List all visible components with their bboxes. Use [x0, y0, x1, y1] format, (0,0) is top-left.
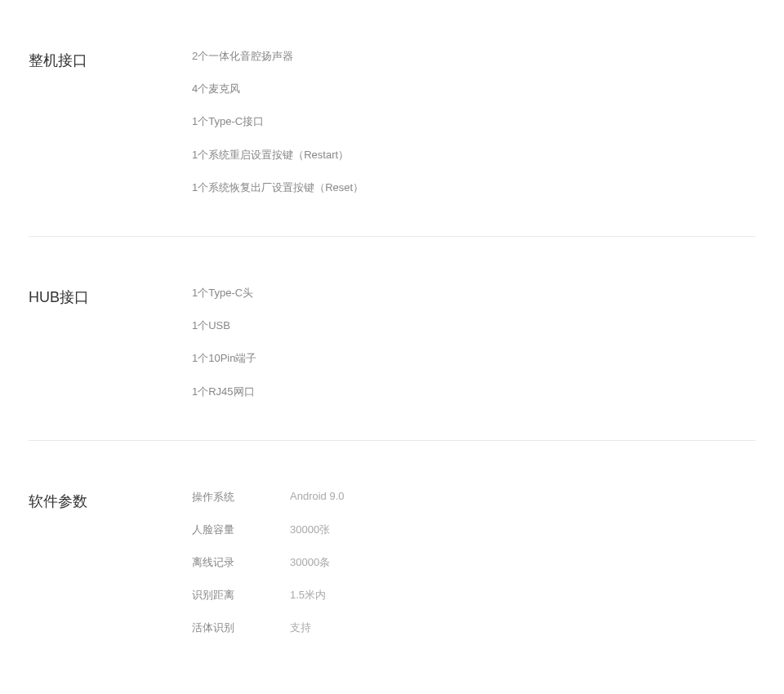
kv-key: 人脸容量: [192, 523, 290, 537]
section-hub-interface: HUB接口 1个Type-C头 1个USB 1个10Pin端子 1个RJ45网口: [29, 237, 755, 441]
section-software-params: 软件参数 操作系统 Android 9.0 人脸容量 30000张 离线记录 3…: [29, 441, 755, 676]
spec-item: 1个USB: [192, 318, 755, 333]
spec-container: 整机接口 2个一体化音腔扬声器 4个麦克风 1个Type-C接口 1个系统重启设…: [0, 0, 784, 676]
kv-row: 离线记录 30000条: [192, 555, 755, 570]
kv-key: 活体识别: [192, 621, 290, 635]
spec-item: 1个Type-C头: [192, 286, 755, 300]
section-title: 软件参数: [29, 490, 192, 635]
section-title: 整机接口: [29, 49, 192, 195]
kv-value: Android 9.0: [290, 490, 345, 505]
spec-item: 2个一体化音腔扬声器: [192, 49, 755, 64]
kv-value: 30000条: [290, 555, 330, 570]
section-title: HUB接口: [29, 286, 192, 399]
section-content: 操作系统 Android 9.0 人脸容量 30000张 离线记录 30000条…: [192, 490, 755, 635]
kv-value: 30000张: [290, 523, 330, 537]
section-machine-interface: 整机接口 2个一体化音腔扬声器 4个麦克风 1个Type-C接口 1个系统重启设…: [29, 0, 755, 237]
kv-key: 操作系统: [192, 490, 290, 505]
kv-row: 操作系统 Android 9.0: [192, 490, 755, 505]
kv-key: 识别距离: [192, 588, 290, 603]
spec-item: 4个麦克风: [192, 82, 755, 96]
section-content: 1个Type-C头 1个USB 1个10Pin端子 1个RJ45网口: [192, 286, 755, 399]
item-list: 1个Type-C头 1个USB 1个10Pin端子 1个RJ45网口: [192, 286, 755, 399]
kv-row: 人脸容量 30000张: [192, 523, 755, 537]
spec-item: 1个Type-C接口: [192, 114, 755, 129]
kv-key: 离线记录: [192, 555, 290, 570]
spec-item: 1个10Pin端子: [192, 351, 755, 366]
spec-item: 1个系统恢复出厂设置按键（Reset）: [192, 180, 755, 195]
kv-row: 识别距离 1.5米内: [192, 588, 755, 603]
kv-value: 支持: [290, 621, 311, 635]
kv-value: 1.5米内: [290, 588, 326, 603]
spec-item: 1个系统重启设置按键（Restart）: [192, 148, 755, 162]
item-list: 2个一体化音腔扬声器 4个麦克风 1个Type-C接口 1个系统重启设置按键（R…: [192, 49, 755, 195]
kv-row: 活体识别 支持: [192, 621, 755, 635]
kv-list: 操作系统 Android 9.0 人脸容量 30000张 离线记录 30000条…: [192, 490, 755, 635]
spec-item: 1个RJ45网口: [192, 385, 755, 399]
section-content: 2个一体化音腔扬声器 4个麦克风 1个Type-C接口 1个系统重启设置按键（R…: [192, 49, 755, 195]
